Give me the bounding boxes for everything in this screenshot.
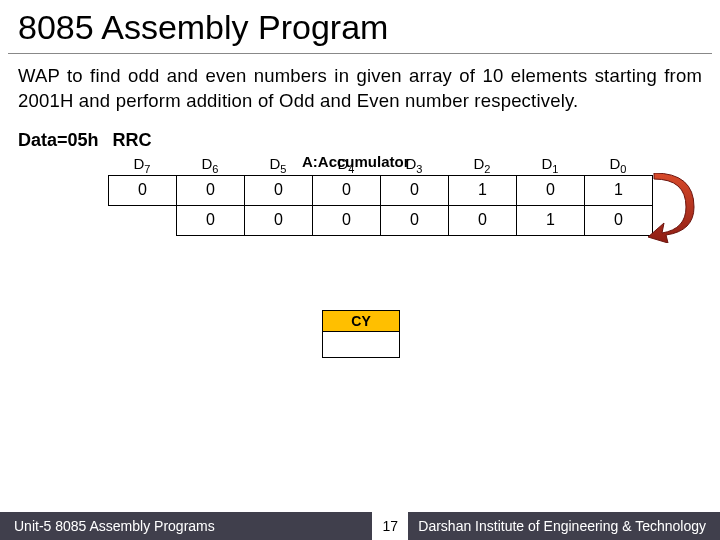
bit-cell: 0 [109,175,177,205]
rotate-arrow-icon [646,173,710,243]
bit-cell: 0 [517,175,585,205]
carry-flag-box: CY [322,310,400,358]
bit-cell-empty [109,205,177,235]
bit-label: D0 [584,155,652,175]
bit-cell: 0 [449,205,517,235]
bit-cell: 0 [313,205,381,235]
footer-institute: Darshan Institute of Engineering & Techn… [418,518,720,534]
carry-label: CY [322,310,400,332]
data-value: Data=05h [18,130,99,151]
bit-cell: 0 [585,205,653,235]
title-divider [8,53,712,54]
bit-cell: 1 [517,205,585,235]
bit-label: D6 [176,155,244,175]
bit-label: D5 [244,155,312,175]
problem-statement: WAP to find odd and even numbers in give… [0,64,720,124]
slide-footer: Unit-5 8085 Assembly Programs 17 Darshan… [0,512,720,540]
bit-cell: 1 [449,175,517,205]
instruction-mnemonic: RRC [113,130,152,151]
bit-label: D3 [380,155,448,175]
bit-cell: 0 [245,175,313,205]
bit-position-labels: D7 D6 D5 D4 D3 D2 D1 D0 [108,155,652,175]
page-number: 17 [372,512,408,540]
carry-value [322,332,400,358]
bit-cell: 0 [245,205,313,235]
bit-cell: 0 [381,175,449,205]
bit-cell: 0 [177,175,245,205]
data-instruction-line: Data=05h RRC [0,124,720,151]
table-row: 0 0 0 0 0 1 0 [109,205,653,235]
bit-cell: 0 [177,205,245,235]
bit-cell: 0 [313,175,381,205]
bits-table: 0 0 0 0 0 1 0 1 0 0 0 0 0 1 0 [108,175,653,236]
bit-cell: 1 [585,175,653,205]
table-row: 0 0 0 0 0 1 0 1 [109,175,653,205]
bit-label: D1 [516,155,584,175]
bit-label: D4 [312,155,380,175]
register-diagram: A:Accumulator D7 D6 D5 D4 D3 D2 D1 D0 0 … [18,151,702,311]
bit-label: D7 [108,155,176,175]
slide-title: 8085 Assembly Program [0,0,720,53]
bit-label: D2 [448,155,516,175]
bit-cell: 0 [381,205,449,235]
footer-unit: Unit-5 8085 Assembly Programs [0,518,215,534]
